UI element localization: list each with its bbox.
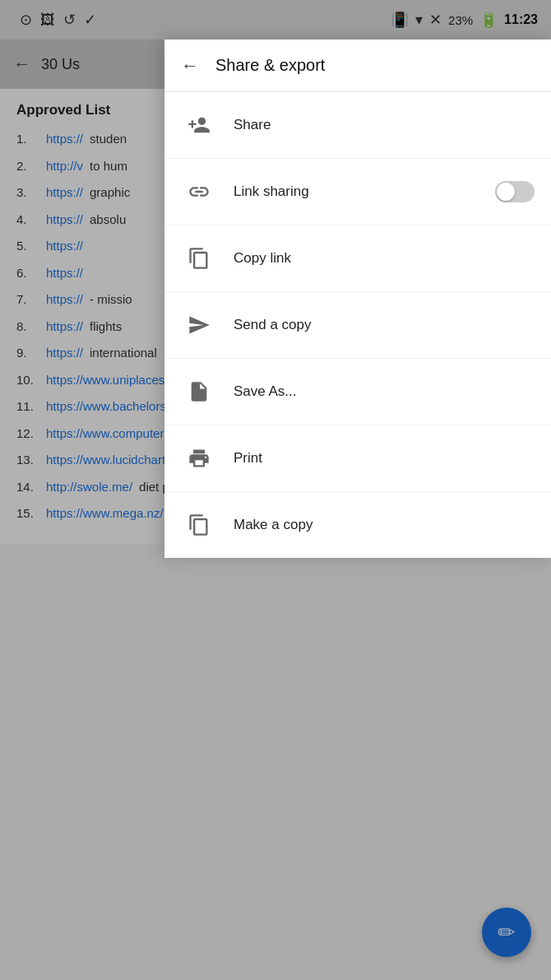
- share-panel-title: Share & export: [215, 56, 325, 75]
- menu-item-link-sharing[interactable]: Link sharing: [164, 159, 551, 225]
- person-add-icon: [181, 107, 217, 143]
- copy-link-icon: [181, 240, 217, 276]
- watermark: www.frfam.com: [486, 967, 548, 977]
- link-icon: [181, 174, 217, 210]
- share-panel-header: ← Share & export: [164, 39, 551, 92]
- copy-link-label: Copy link: [234, 250, 535, 267]
- share-panel-back-button[interactable]: ←: [181, 55, 199, 77]
- toggle-switch[interactable]: [495, 181, 535, 202]
- toggle-knob: [497, 183, 515, 201]
- save-as-label: Save As...: [234, 383, 535, 400]
- make-copy-label: Make a copy: [234, 517, 535, 533]
- link-sharing-toggle[interactable]: [495, 181, 535, 202]
- share-label: Share: [234, 117, 535, 133]
- print-label: Print: [234, 450, 535, 467]
- make-copy-icon: [181, 507, 217, 543]
- send-copy-icon: [181, 307, 217, 343]
- share-panel: ← Share & export Share Link sharing: [164, 39, 551, 558]
- menu-item-make-copy[interactable]: Make a copy: [164, 492, 551, 558]
- menu-item-share[interactable]: Share: [164, 92, 551, 159]
- send-copy-label: Send a copy: [234, 317, 535, 333]
- link-sharing-label: Link sharing: [234, 183, 495, 200]
- menu-item-send-copy[interactable]: Send a copy: [164, 292, 551, 359]
- menu-item-copy-link[interactable]: Copy link: [164, 225, 551, 292]
- save-as-icon: [181, 374, 217, 410]
- menu-item-print[interactable]: Print: [164, 425, 551, 492]
- print-icon: [181, 440, 217, 476]
- menu-item-save-as[interactable]: Save As...: [164, 359, 551, 425]
